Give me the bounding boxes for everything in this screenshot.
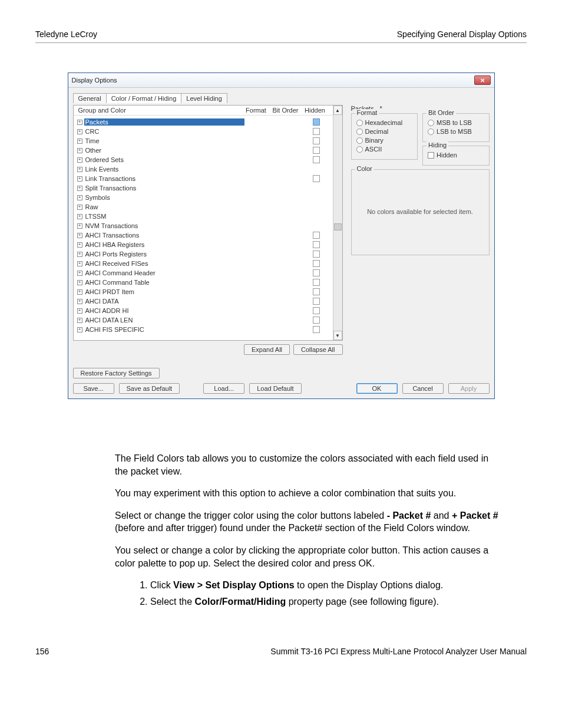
expand-all-button[interactable]: Expand All (244, 344, 290, 355)
tree-row[interactable]: +CRC (74, 127, 333, 136)
hidden-checkbox[interactable] (313, 269, 320, 276)
expand-icon[interactable]: + (77, 157, 82, 163)
hidden-checkbox[interactable] (313, 317, 320, 324)
tree-label: Split Transactions (84, 185, 244, 192)
tree-row[interactable]: +LTSSM (74, 212, 333, 221)
scroll-up-icon[interactable]: ▲ (333, 106, 342, 115)
expand-icon[interactable]: + (77, 299, 82, 304)
tree-row[interactable]: +AHCI ADDR HI (74, 306, 333, 315)
expand-icon[interactable]: + (77, 139, 82, 144)
tree-row[interactable]: +Symbols (74, 193, 333, 202)
scroll-down-icon[interactable]: ▼ (333, 331, 342, 340)
tab-level-hiding[interactable]: Level Hiding (181, 93, 227, 103)
expand-icon[interactable]: + (77, 176, 82, 182)
expand-icon[interactable]: + (77, 195, 82, 200)
hidden-checkbox[interactable] (313, 118, 320, 126)
tree-label: AHCI DATA LEN (84, 317, 244, 324)
tree-label: AHCI Ports Registers (84, 251, 244, 258)
hidden-checkbox[interactable] (313, 156, 320, 163)
tree-row[interactable]: +AHCI PRDT Item (74, 287, 333, 297)
expand-icon[interactable]: + (77, 214, 82, 219)
tree-row[interactable]: +Split Transactions (74, 183, 333, 193)
tree-row[interactable]: +AHCI Transactions (74, 230, 333, 240)
expand-icon[interactable]: + (77, 271, 82, 276)
manual-title: Summit T3-16 PCI Express Multi-Lane Prot… (270, 647, 527, 656)
save-as-default-button[interactable]: Save as Default (119, 383, 180, 394)
expand-icon[interactable]: + (77, 252, 82, 257)
hidden-checkbox[interactable] (313, 251, 320, 258)
hidden-checkbox[interactable] (313, 298, 320, 305)
tree-row[interactable]: +AHCI DATA LEN (74, 315, 333, 325)
tree-row[interactable]: +AHCI Command Table (74, 278, 333, 287)
tree-row[interactable]: +Time (74, 136, 333, 146)
load-button[interactable]: Load... (203, 383, 244, 394)
expand-icon[interactable]: + (77, 186, 82, 191)
close-button[interactable]: ✕ (474, 75, 491, 85)
hidden-checkbox[interactable] (313, 260, 320, 267)
expand-icon[interactable]: + (77, 261, 82, 266)
hidden-checkbox[interactable] (313, 241, 320, 248)
expand-icon[interactable]: + (77, 223, 82, 229)
apply-button[interactable]: Apply (448, 383, 490, 394)
tree-row[interactable]: +Link Events (74, 164, 333, 174)
expand-icon[interactable]: + (77, 129, 82, 134)
radio-icon (356, 146, 363, 153)
format-ascii[interactable]: ASCII (356, 146, 413, 153)
load-default-button[interactable]: Load Default (249, 383, 301, 394)
tree-label: Raw (84, 203, 244, 210)
tree-row[interactable]: +AHCI Received FISes (74, 259, 333, 268)
hidden-checkbox[interactable] (313, 232, 320, 239)
format-bin[interactable]: Binary (356, 137, 413, 144)
expand-icon[interactable]: + (77, 167, 82, 172)
tree-row[interactable]: +AHCI HBA Registers (74, 240, 333, 249)
page-header: Teledyne LeCroy Specifying General Displ… (35, 29, 527, 43)
radio-icon (356, 137, 363, 144)
hidden-checkbox[interactable] (313, 175, 320, 182)
format-hex[interactable]: Hexadecimal (356, 119, 413, 126)
color-group: Color No colors available for selected i… (351, 169, 490, 255)
expand-icon[interactable]: + (77, 327, 82, 332)
hidden-checkbox[interactable] (313, 288, 320, 295)
hidden-checkbox[interactable] (313, 128, 320, 135)
format-dec[interactable]: Decimal (356, 128, 413, 135)
tab-color-format-hiding[interactable]: Color / Format / Hiding (106, 93, 182, 103)
expand-icon[interactable]: + (77, 308, 82, 314)
expand-icon[interactable]: + (77, 289, 82, 295)
tree-row[interactable]: +ACHI FIS SPECIFIC (74, 325, 333, 334)
expand-icon[interactable]: + (77, 148, 82, 153)
group-and-color-tree: Group and Color Format Bit Order Hidden … (73, 105, 343, 341)
tab-general[interactable]: General (73, 93, 107, 103)
expand-icon[interactable]: + (77, 318, 82, 323)
tree-row[interactable]: +Ordered Sets (74, 155, 333, 164)
para-4: You select or change a color by clicking… (115, 544, 503, 569)
expand-icon[interactable]: + (77, 242, 82, 248)
collapse-all-button[interactable]: Collapse All (293, 344, 342, 355)
bitorder-lsb[interactable]: LSB to MSB (428, 128, 484, 135)
step-2: Select the Color/Format/Hiding property … (150, 595, 503, 608)
tree-scrollbar[interactable]: ▲ ▼ (333, 106, 342, 340)
tree-row[interactable]: +Packets (74, 117, 333, 127)
hidden-checkbox[interactable] (313, 279, 320, 286)
restore-factory-button[interactable]: Restore Factory Settings (73, 368, 160, 378)
tree-row[interactable]: +Link Transactions (74, 174, 333, 183)
hidden-checkbox[interactable] (313, 147, 320, 154)
expand-icon[interactable]: + (77, 233, 82, 238)
hidden-checkbox[interactable] (313, 326, 320, 333)
tree-row[interactable]: +Raw (74, 202, 333, 212)
hiding-hidden[interactable]: Hidden (428, 151, 484, 159)
tree-row[interactable]: +NVM Transactions (74, 221, 333, 230)
expand-icon[interactable]: + (77, 120, 82, 125)
expand-icon[interactable]: + (77, 205, 82, 210)
tree-row[interactable]: +Other (74, 146, 333, 155)
tree-row[interactable]: +AHCI Command Header (74, 268, 333, 278)
expand-icon[interactable]: + (77, 280, 82, 285)
scroll-thumb[interactable] (334, 223, 342, 230)
hidden-checkbox[interactable] (313, 137, 320, 144)
tree-row[interactable]: +AHCI DATA (74, 297, 333, 306)
hidden-checkbox[interactable] (313, 307, 320, 314)
cancel-button[interactable]: Cancel (402, 383, 444, 394)
save-button[interactable]: Save... (73, 383, 114, 394)
ok-button[interactable]: OK (356, 383, 398, 394)
tree-row[interactable]: +AHCI Ports Registers (74, 249, 333, 259)
bitorder-msb[interactable]: MSB to LSB (428, 119, 484, 126)
